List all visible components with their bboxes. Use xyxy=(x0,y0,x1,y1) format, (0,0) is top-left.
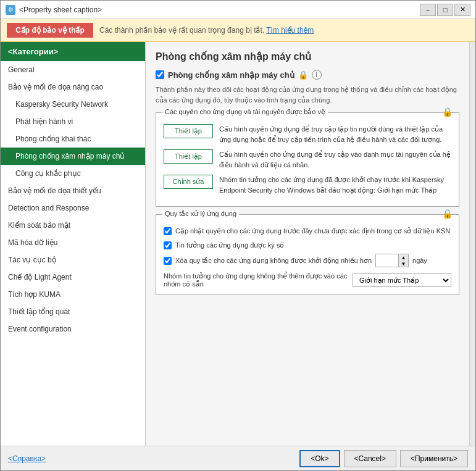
sidebar-item-bao-ve-thiet-yeu[interactable]: Bảo vệ mối đe dọa thiết yếu xyxy=(1,182,145,199)
main-window: ⚙ <Property sheet caption> − □ ✕ Cấp độ … xyxy=(0,0,476,471)
number-arrows: ▲ ▼ xyxy=(398,254,408,267)
sidebar-item-general[interactable]: General xyxy=(1,61,145,78)
checkbox-delete-rules[interactable] xyxy=(164,257,172,265)
rights-desc-1: Cấu hình quyền ứng dụng để truy cập tập … xyxy=(219,124,451,144)
checkbox-row-3-inline: Xóa quy tắc cho các ứng dụng không được … xyxy=(164,254,451,267)
sidebar-header: <Категории> xyxy=(1,42,145,61)
checkbox-signed[interactable] xyxy=(164,241,172,249)
title-bar: ⚙ <Property sheet caption> − □ ✕ xyxy=(1,1,475,19)
rights-btn-1[interactable]: Thiết lập xyxy=(164,124,213,138)
sidebar-item-phong-chong-xam-nhap[interactable]: Phòng chống xâm nhập máy chủ xyxy=(1,148,145,165)
footer: <Справка> <Ok> <Cancel> <Применить> xyxy=(1,446,475,470)
ok-button[interactable]: <Ok> xyxy=(299,450,340,467)
close-button[interactable]: ✕ xyxy=(454,4,470,16)
help-link[interactable]: <Справка> xyxy=(8,454,46,463)
checkbox-delete-label: Xóa quy tắc cho các ứng dụng không được … xyxy=(175,256,372,266)
info-icon[interactable]: i xyxy=(312,70,322,80)
group-row-label: Nhóm tin tưởng cho ứng dụng không thể th… xyxy=(164,272,348,288)
rights-rows: Thiết lập Cấu hình quyền ứng dụng để tru… xyxy=(164,124,451,195)
sidebar-item-kiem-soat[interactable]: Kiểm soát bảo mật xyxy=(1,217,145,234)
checkbox-ksn[interactable] xyxy=(164,227,172,235)
rules-checkboxes: Cập nhật quyền cho các ứng dụng trước đâ… xyxy=(164,226,451,288)
rights-btn-2[interactable]: Thiết lập xyxy=(164,149,213,164)
rights-group-box: Các quyền cho ứng dụng và tài nguyên đượ… xyxy=(156,112,459,207)
rules-group-title: Quy tắc xử lý ứng dụng xyxy=(162,210,239,218)
trust-group-select[interactable]: Giới hạn mức Thấp Giới hạn mức Cao Tin t… xyxy=(353,273,451,287)
checkbox-ksn-label: Cập nhật quyền cho các ứng dụng trước đâ… xyxy=(175,226,450,236)
rights-desc-2: Cấu hình quyền cho ứng dụng để truy cập … xyxy=(219,149,451,170)
rights-group-title: Các quyền cho ứng dụng và tài nguyên đượ… xyxy=(162,108,328,116)
window-title: <Property sheet caption> xyxy=(19,6,102,14)
sidebar-item-tac-vu[interactable]: Tác vụ cục bộ xyxy=(1,251,145,269)
title-bar-left: ⚙ <Property sheet caption> xyxy=(6,5,102,15)
sidebar-item-ma-hoa[interactable]: Mã hóa dữ liệu xyxy=(1,234,145,251)
sidebar-item-cong-cu[interactable]: Công cụ khắc phục xyxy=(1,165,145,182)
page-title: Phòng chống xâm nhập máy chủ xyxy=(156,51,459,62)
rules-group-box: Quy tắc xử lý ứng dụng 🔒 Cập nhật quyền … xyxy=(156,214,459,295)
rights-desc-3: Nhóm tin tưởng cho các ứng dụng đã được … xyxy=(219,175,451,195)
sidebar-item-thiet-lap[interactable]: Thiết lập tổng quát xyxy=(1,303,145,320)
rights-group-lock-icon: 🔒 xyxy=(442,107,453,117)
footer-left: <Справка> xyxy=(8,454,46,463)
checkbox-row-1: Cập nhật quyền cho các ứng dụng trước đâ… xyxy=(164,226,451,236)
checkbox-signed-label: Tin tưởng các ứng dụng được ký số xyxy=(175,240,284,251)
protection-level-button[interactable]: Cấp độ bảo vệ thấp xyxy=(7,23,93,38)
checkbox-row-2: Tin tưởng các ứng dụng được ký số xyxy=(164,240,451,251)
sidebar-item-phat-hien[interactable]: Phát hiện hành vi xyxy=(1,113,145,130)
number-up-btn[interactable]: ▲ xyxy=(398,254,408,261)
app-icon: ⚙ xyxy=(6,5,15,15)
sidebar-item-event[interactable]: Event configuration xyxy=(1,320,145,338)
learn-more-link[interactable]: Tìm hiểu thêm xyxy=(266,26,314,35)
section-enable-checkbox[interactable] xyxy=(156,70,164,79)
warning-text: Các thành phần bảo vệ rất quan trọng đan… xyxy=(99,26,469,35)
number-down-btn[interactable]: ▼ xyxy=(398,261,408,267)
cancel-button[interactable]: <Cancel> xyxy=(344,450,396,467)
days-suffix: ngày xyxy=(412,256,427,266)
main-content: <Категории> General Bảo vệ mối đe dọa nâ… xyxy=(1,42,475,446)
group-select-row: Nhóm tin tưởng cho ứng dụng không thể th… xyxy=(164,272,451,288)
footer-buttons: <Ok> <Cancel> <Применить> xyxy=(299,450,468,467)
right-scrollbar[interactable] xyxy=(469,42,475,446)
lock-icon: 🔒 xyxy=(298,70,308,80)
rules-group-lock-icon: 🔒 xyxy=(442,209,453,219)
section-header: Phòng chống xâm nhập máy chủ 🔒 i xyxy=(156,70,459,80)
rights-row-2: Thiết lập Cấu hình quyền cho ứng dụng để… xyxy=(164,149,451,170)
sidebar-item-detection[interactable]: Detection and Response xyxy=(1,199,145,217)
content-area: Phòng chống xâm nhập máy chủ Phòng chống… xyxy=(146,42,469,446)
sidebar-item-ksn[interactable]: Kaspersky Security Network xyxy=(1,96,145,113)
days-number-box: 60 ▲ ▼ xyxy=(375,254,409,267)
section-description: Thành phần này theo dõi các hoạt động củ… xyxy=(156,85,459,105)
window-controls: − □ ✕ xyxy=(420,4,470,16)
section-title: Phòng chống xâm nhập máy chủ xyxy=(168,70,294,80)
warning-bar: Cấp độ bảo vệ thấp Các thành phần bảo vệ… xyxy=(1,19,475,42)
rights-row-1: Thiết lập Cấu hình quyền ứng dụng để tru… xyxy=(164,124,451,144)
apply-button[interactable]: <Применить> xyxy=(400,450,468,467)
sidebar-item-light-agent[interactable]: Chế độ Light Agent xyxy=(1,269,145,286)
rights-btn-3[interactable]: Chỉnh sửa xyxy=(164,175,213,189)
sidebar-item-kuma[interactable]: Tích hợp KUMA xyxy=(1,286,145,303)
sidebar-item-bao-ve[interactable]: Bảo vệ mối đe dọa nâng cao xyxy=(1,78,145,96)
rights-row-3: Chỉnh sửa Nhóm tin tưởng cho các ứng dụn… xyxy=(164,175,451,195)
days-input[interactable]: 60 xyxy=(376,256,398,265)
sidebar-item-phong-chong-khai-thac[interactable]: Phòng chống khai thác xyxy=(1,130,145,148)
maximize-button[interactable]: □ xyxy=(437,4,453,16)
minimize-button[interactable]: − xyxy=(420,4,436,16)
sidebar: <Категории> General Bảo vệ mối đe dọa nâ… xyxy=(1,42,146,446)
